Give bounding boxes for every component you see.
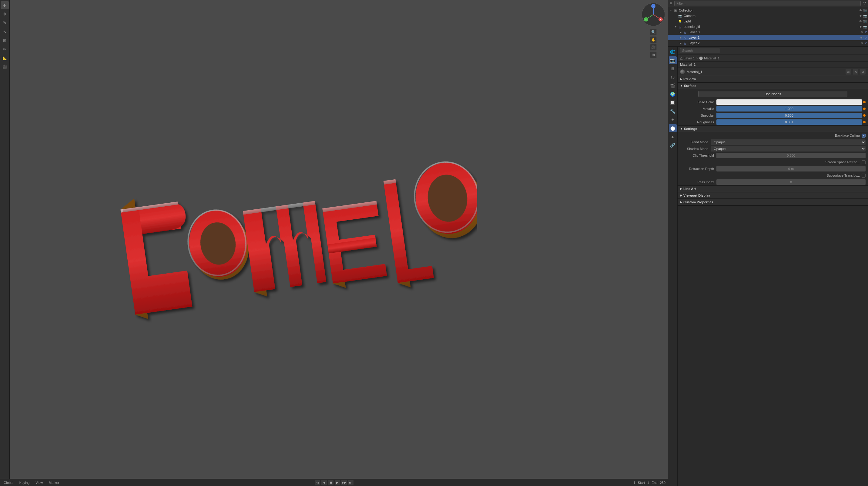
camera-light[interactable]: 📷: [863, 20, 867, 23]
use-nodes-btn[interactable]: Use Nodes: [698, 91, 848, 97]
zoom-in-btn[interactable]: 🔍: [650, 29, 657, 35]
metallic-row: Metallic 1.000: [678, 105, 868, 112]
breadcrumb-material-icon: ⬤: [699, 56, 703, 60]
eye-layer0[interactable]: 👁: [861, 31, 864, 34]
playback-menu[interactable]: Global: [2, 481, 14, 485]
custom-properties-label: Custom Properties: [683, 200, 713, 204]
screen-space-refrac-label: Screen Space Refrac...: [825, 160, 862, 164]
view-menu[interactable]: View: [34, 481, 44, 485]
grid-btn[interactable]: ⊞: [650, 52, 657, 58]
grab-btn[interactable]: ✋: [650, 36, 657, 43]
tree-item-light[interactable]: 💡 Light 👁 📷: [668, 19, 868, 24]
tab-material[interactable]: ⬤: [669, 124, 677, 132]
specular-value[interactable]: 0.500: [716, 113, 862, 118]
keying-menu[interactable]: Keying: [18, 481, 31, 485]
camera-collection[interactable]: 📷: [863, 9, 867, 12]
tab-output[interactable]: 🖥: [669, 65, 677, 73]
roughness-value[interactable]: 0.351: [716, 119, 862, 125]
skip-forward-btn[interactable]: ⏭: [348, 480, 353, 485]
breadcrumb-layer[interactable]: Layer 1: [684, 56, 695, 60]
props-header: [678, 47, 868, 55]
tab-view-layer[interactable]: ⬡: [669, 73, 677, 81]
camera-view-btn[interactable]: 🎥: [650, 44, 657, 51]
material-toolbar: Material_1 ⧉ ✕ ⚙: [678, 68, 868, 76]
section-settings: Settings Backface Culling ✓ Blend Mode O…: [678, 126, 868, 186]
tree-item-collection[interactable]: ▼ ▣ Collection 👁 📷: [668, 7, 868, 13]
base-color-label: Base Color: [680, 100, 716, 104]
section-custom-properties-header[interactable]: Custom Properties: [678, 199, 868, 205]
camera-pomelo[interactable]: 📷: [863, 25, 867, 29]
material-copy-btn[interactable]: ⧉: [845, 69, 851, 74]
metallic-value[interactable]: 1.000: [716, 106, 862, 111]
tab-constraints[interactable]: 🔗: [669, 141, 677, 149]
preview-arrow: [680, 77, 682, 80]
tab-data[interactable]: ▲: [669, 133, 677, 140]
layer2-icon: △: [682, 41, 687, 45]
tree-item-pomelo[interactable]: ▼ △ pomelo.gltf 👁 📷: [668, 24, 868, 29]
backface-culling-checkbox[interactable]: ✓: [862, 134, 866, 137]
play-btn[interactable]: ▶: [335, 480, 340, 485]
stop-btn[interactable]: ⏹: [328, 480, 334, 485]
preview-label: Preview: [683, 77, 696, 81]
tab-modifiers[interactable]: 🔧: [669, 107, 677, 115]
pass-index-label: Pass Index: [680, 180, 716, 184]
section-settings-header[interactable]: Settings: [678, 126, 868, 132]
viewport-gizmo[interactable]: Z X Y 🔍 ✋ 🎥 ⊞: [641, 2, 665, 58]
roughness-dot[interactable]: [863, 121, 866, 123]
render-camera[interactable]: 📷: [863, 14, 867, 18]
tree-item-layer0[interactable]: ▶ △ Layer 0 👁 ▽: [668, 29, 868, 35]
breadcrumb-sep: >: [696, 56, 698, 60]
forward-btn[interactable]: ▶▶: [341, 480, 347, 485]
tree-item-layer2[interactable]: ▶ △ Layer 2 👁 ▽: [668, 40, 868, 46]
viewport-3d[interactable]: ✛ ✥ ↻ ⤡ ⊞ ✏ 📐 🎥: [0, 0, 668, 486]
tab-object[interactable]: 🔲: [669, 99, 677, 107]
tree-item-camera[interactable]: 📷 Camera 👁 📷: [668, 13, 868, 19]
skip-back-btn[interactable]: ⏮: [315, 480, 320, 485]
outliner-search[interactable]: [674, 1, 861, 6]
base-color-value[interactable]: [716, 99, 862, 105]
subsurface-checkbox[interactable]: [862, 173, 866, 177]
navigation-gizmo[interactable]: Z X Y: [641, 2, 665, 27]
tab-scene-props[interactable]: 🎬: [669, 82, 677, 90]
blend-mode-select[interactable]: Opaque Alpha Clip Alpha Hashed Alpha Ble…: [711, 139, 866, 145]
tree-item-layer1[interactable]: ▶ △ Layer 1 👁 ▽: [668, 35, 868, 40]
right-panel: ≡ ⧩ ▼ ▣ Collection 👁 📷 📷 Camera: [668, 0, 868, 486]
specular-dot[interactable]: [863, 114, 866, 117]
tab-world[interactable]: 🌍: [669, 90, 677, 98]
marker-menu[interactable]: Marker: [48, 481, 60, 485]
eye-layer1[interactable]: 👁: [861, 36, 864, 39]
clip-threshold-row: Clip Threshold 0.500: [678, 152, 868, 159]
pass-index-value[interactable]: 0: [716, 180, 866, 185]
tab-scene[interactable]: 🌐: [669, 48, 677, 56]
shadow-mode-select[interactable]: Opaque None Alpha Clip Alpha Hashed: [711, 146, 866, 152]
section-viewport-display-header[interactable]: Viewport Display: [678, 192, 868, 199]
eye-light[interactable]: 👁: [859, 20, 862, 23]
eye-pomelo[interactable]: 👁: [859, 25, 862, 29]
section-preview-header[interactable]: Preview: [678, 76, 868, 83]
funnel-icon: ⧩: [863, 1, 866, 5]
metallic-dot[interactable]: [863, 107, 866, 110]
material-delete-btn[interactable]: ✕: [853, 69, 858, 74]
eye-collection[interactable]: 👁: [859, 9, 862, 12]
tab-particles[interactable]: ✦: [669, 116, 677, 124]
eye-camera[interactable]: 👁: [859, 14, 862, 18]
base-color-dot[interactable]: [863, 101, 866, 103]
custom-properties-arrow: [680, 201, 682, 204]
breadcrumb: △ Layer 1 > ⬤ Material_1: [678, 55, 868, 62]
back-btn[interactable]: ◀: [321, 480, 327, 485]
viewport-display-arrow: [680, 194, 682, 197]
collection-label: Collection: [679, 8, 859, 12]
props-search-input[interactable]: [680, 48, 719, 53]
refraction-depth-value[interactable]: 0 m: [716, 166, 866, 171]
section-line-art-header[interactable]: Line Art: [678, 186, 868, 192]
refraction-depth-row: Refraction Depth 0 m: [678, 165, 868, 172]
section-viewport-display: Viewport Display: [678, 192, 868, 199]
breadcrumb-material[interactable]: Material_1: [704, 56, 719, 60]
section-surface-header[interactable]: Surface: [678, 83, 868, 89]
material-settings-btn[interactable]: ⚙: [860, 69, 866, 74]
svg-text:X: X: [660, 18, 661, 21]
screen-space-refrac-checkbox[interactable]: [862, 160, 866, 164]
tab-render[interactable]: 📷: [669, 56, 677, 64]
viewport-display-label: Viewport Display: [683, 194, 710, 197]
eye-layer2[interactable]: 👁: [861, 41, 864, 45]
